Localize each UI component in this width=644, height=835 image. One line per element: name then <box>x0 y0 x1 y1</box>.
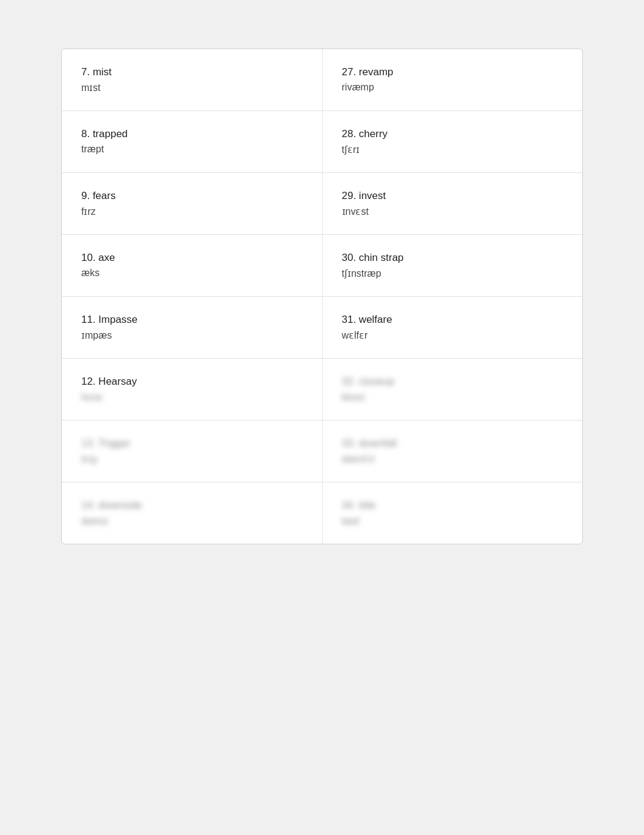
word-title: 32. closeup <box>342 376 563 388</box>
left-cell: 11. Impasseɪmpæs <box>62 297 323 358</box>
word-title: 8. trapped <box>81 128 303 140</box>
word-title: 10. axe <box>81 252 303 264</box>
left-cell: 12. Hearsayhɪrsɛ <box>62 359 323 420</box>
phonetic: tʃɛrɪ <box>342 144 563 155</box>
left-cell: 10. axeæks <box>62 235 323 296</box>
right-cell: 29. investɪnvɛst <box>323 173 583 234</box>
table-row: 13. Triggertrɪɡ33. downfalldaʊnfɔl <box>62 421 582 482</box>
phonetic: daʊnz <box>81 515 303 527</box>
word-title: 31. welfare <box>342 314 563 326</box>
phonetic: ɪnvɛst <box>342 206 563 217</box>
phonetic: daʊnfɔl <box>342 453 563 465</box>
vocabulary-card: 7. mistmɪst27. revamprivæmp8. trappedtræ… <box>61 49 583 544</box>
left-cell: 13. Triggertrɪɡ <box>62 421 323 482</box>
right-cell: 28. cherrytʃɛrɪ <box>323 111 583 172</box>
right-cell: 32. closeupkloʊz <box>323 359 583 420</box>
word-title: 34. tide <box>342 499 563 512</box>
phonetic: fɪrz <box>81 206 303 217</box>
right-cell: 31. welfarewɛlfɛr <box>323 297 583 358</box>
phonetic: mɪst <box>81 82 303 93</box>
phonetic: æks <box>81 268 303 279</box>
phonetic: hɪrsɛ <box>81 391 303 403</box>
left-cell: 8. trappedtræpt <box>62 111 323 172</box>
table-row: 11. Impasseɪmpæs31. welfarewɛlfɛr <box>62 297 582 359</box>
word-title: 9. fears <box>81 190 303 202</box>
right-cell: 34. tidetaɪd <box>323 482 583 544</box>
word-title: 7. mist <box>81 66 303 78</box>
word-title: 14. downside <box>81 499 303 512</box>
phonetic: tʃɪnstræp <box>342 268 563 279</box>
word-title: 29. invest <box>342 190 563 202</box>
left-cell: 9. fearsfɪrz <box>62 173 323 234</box>
phonetic: trɪɡ <box>81 453 303 465</box>
table-row: 9. fearsfɪrz29. investɪnvɛst <box>62 173 582 235</box>
phonetic: ɪmpæs <box>81 330 303 341</box>
table-row: 14. downsidedaʊnz34. tidetaɪd <box>62 482 582 544</box>
right-cell: 27. revamprivæmp <box>323 49 583 110</box>
right-cell: 33. downfalldaʊnfɔl <box>323 421 583 482</box>
phonetic: wɛlfɛr <box>342 330 563 341</box>
word-title: 12. Hearsay <box>81 376 303 388</box>
word-title: 27. revamp <box>342 66 563 78</box>
word-title: 30. chin strap <box>342 252 563 264</box>
word-title: 13. Trigger <box>81 438 303 450</box>
phonetic: taɪd <box>342 515 563 527</box>
table-row: 12. Hearsayhɪrsɛ32. closeupkloʊz <box>62 359 582 421</box>
phonetic: kloʊz <box>342 391 563 403</box>
table-row: 7. mistmɪst27. revamprivæmp <box>62 49 582 111</box>
phonetic: træpt <box>81 144 303 155</box>
left-cell: 7. mistmɪst <box>62 49 323 110</box>
right-cell: 30. chin straptʃɪnstræp <box>323 235 583 296</box>
table-row: 10. axeæks30. chin straptʃɪnstræp <box>62 235 582 297</box>
word-title: 33. downfall <box>342 438 563 450</box>
word-title: 28. cherry <box>342 128 563 140</box>
left-cell: 14. downsidedaʊnz <box>62 482 323 544</box>
word-title: 11. Impasse <box>81 314 303 326</box>
table-row: 8. trappedtræpt28. cherrytʃɛrɪ <box>62 111 582 173</box>
phonetic: rivæmp <box>342 82 563 93</box>
